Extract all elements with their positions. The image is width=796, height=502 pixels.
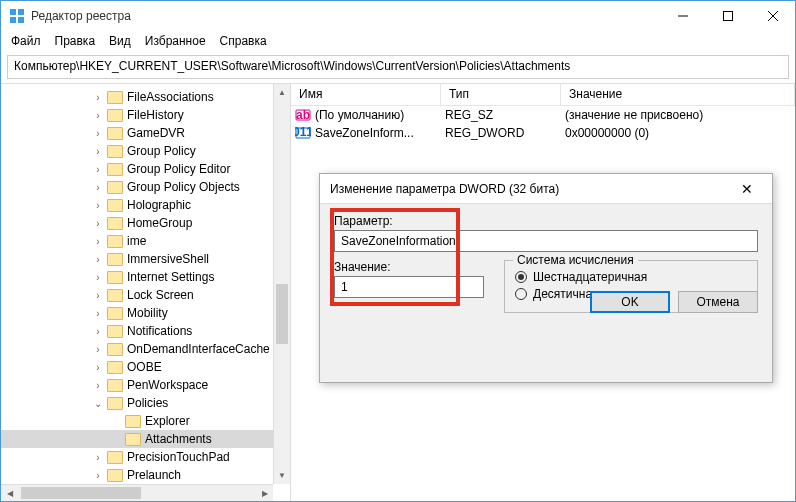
tree-item[interactable]: ›GameDVR [1, 124, 290, 142]
tree-item-label: Attachments [145, 432, 212, 446]
tree-item-label: Explorer [145, 414, 190, 428]
chevron-right-icon[interactable]: › [91, 110, 105, 121]
value-data-input[interactable] [334, 276, 484, 298]
ok-button[interactable]: OK [590, 291, 670, 313]
maximize-button[interactable] [705, 1, 750, 31]
tree-item[interactable]: ›Lock Screen [1, 286, 290, 304]
col-name[interactable]: Имя [291, 84, 441, 105]
scroll-down-icon[interactable]: ▼ [274, 467, 290, 484]
chevron-right-icon[interactable]: › [91, 254, 105, 265]
dialog-close-button[interactable]: ✕ [732, 181, 762, 197]
value-type: REG_SZ [441, 108, 561, 122]
scroll-left-icon[interactable]: ◀ [1, 485, 18, 501]
radio-hex[interactable]: Шестнадцатеричная [515, 270, 747, 284]
scroll-thumb[interactable] [21, 487, 141, 499]
chevron-right-icon[interactable]: › [91, 236, 105, 247]
tree-item[interactable]: Attachments [1, 430, 290, 448]
menu-edit[interactable]: Правка [55, 34, 96, 48]
tree-item[interactable]: ›OnDemandInterfaceCache [1, 340, 290, 358]
menu-favorites[interactable]: Избранное [145, 34, 206, 48]
cancel-button[interactable]: Отмена [678, 291, 758, 313]
tree-item[interactable]: ›Group Policy Editor [1, 160, 290, 178]
tree-item[interactable]: ›PenWorkspace [1, 376, 290, 394]
folder-icon [107, 109, 123, 122]
chevron-right-icon[interactable]: › [91, 200, 105, 211]
tree-item[interactable]: ›Group Policy [1, 142, 290, 160]
chevron-right-icon[interactable]: › [91, 362, 105, 373]
tree-hscrollbar[interactable]: ◀ ▶ [1, 484, 273, 501]
menubar: Файл Правка Вид Избранное Справка [1, 31, 795, 51]
menu-help[interactable]: Справка [220, 34, 267, 48]
svg-rect-2 [10, 17, 16, 23]
col-data[interactable]: Значение [561, 84, 795, 105]
menu-file[interactable]: Файл [11, 34, 41, 48]
chevron-right-icon[interactable]: › [91, 164, 105, 175]
tree-item-label: ime [127, 234, 146, 248]
tree-item[interactable]: ›Notifications [1, 322, 290, 340]
chevron-right-icon[interactable]: › [91, 272, 105, 283]
scroll-thumb[interactable] [276, 284, 288, 344]
menu-view[interactable]: Вид [109, 34, 131, 48]
chevron-right-icon[interactable]: › [91, 308, 105, 319]
folder-icon [107, 397, 123, 410]
svg-rect-5 [723, 12, 732, 21]
tree-item[interactable]: ›ime [1, 232, 290, 250]
svg-rect-1 [18, 9, 24, 15]
folder-icon [107, 127, 123, 140]
tree-item-label: OnDemandInterfaceCache [127, 342, 270, 356]
radio-hex-label: Шестнадцатеричная [533, 270, 647, 284]
tree-item[interactable]: ›Group Policy Objects [1, 178, 290, 196]
titlebar[interactable]: Редактор реестра [1, 1, 795, 31]
tree-item-label: Group Policy [127, 144, 196, 158]
chevron-right-icon[interactable]: › [91, 290, 105, 301]
param-label: Параметр: [334, 214, 758, 228]
tree-item[interactable]: ›FileAssociations [1, 88, 290, 106]
chevron-right-icon[interactable]: › [91, 452, 105, 463]
tree-item[interactable]: ›HomeGroup [1, 214, 290, 232]
param-name-input[interactable] [334, 230, 758, 252]
tree-item[interactable]: Explorer [1, 412, 290, 430]
chevron-right-icon[interactable]: › [91, 128, 105, 139]
dialog-titlebar[interactable]: Изменение параметра DWORD (32 бита) ✕ [320, 174, 772, 204]
tree-item[interactable]: ›Mobility [1, 304, 290, 322]
tree-item[interactable]: ›Prelaunch [1, 466, 290, 484]
chevron-right-icon[interactable]: › [91, 92, 105, 103]
tree-item[interactable]: ›Internet Settings [1, 268, 290, 286]
chevron-right-icon[interactable]: › [91, 182, 105, 193]
chevron-right-icon[interactable]: › [91, 470, 105, 481]
tree-item-label: Prelaunch [127, 468, 181, 482]
folder-icon [107, 361, 123, 374]
minimize-button[interactable] [660, 1, 705, 31]
chevron-right-icon[interactable]: › [91, 326, 105, 337]
scroll-up-icon[interactable]: ▲ [274, 84, 290, 101]
tree-item[interactable]: ›FileHistory [1, 106, 290, 124]
tree-vscrollbar[interactable]: ▲ ▼ [273, 84, 290, 484]
col-type[interactable]: Тип [441, 84, 561, 105]
chevron-down-icon[interactable]: ⌄ [91, 398, 105, 409]
tree-item[interactable]: ⌄Policies [1, 394, 290, 412]
tree-item[interactable]: ›Holographic [1, 196, 290, 214]
close-button[interactable] [750, 1, 795, 31]
svg-rect-0 [10, 9, 16, 15]
value-data: 0x00000000 (0) [561, 126, 795, 140]
chevron-right-icon[interactable]: › [91, 380, 105, 391]
tree-item[interactable]: ›OOBE [1, 358, 290, 376]
folder-icon [107, 217, 123, 230]
tree-item-label: PrecisionTouchPad [127, 450, 230, 464]
tree-item[interactable]: ›PrecisionTouchPad [1, 448, 290, 466]
value-row[interactable]: 011SaveZoneInform...REG_DWORD0x00000000 … [291, 124, 795, 142]
value-type: REG_DWORD [441, 126, 561, 140]
chevron-right-icon[interactable]: › [91, 146, 105, 157]
tree-item[interactable]: ›ImmersiveShell [1, 250, 290, 268]
folder-icon [107, 307, 123, 320]
address-bar[interactable]: Компьютер\HKEY_CURRENT_USER\Software\Mic… [7, 55, 789, 79]
value-row[interactable]: ab(По умолчанию)REG_SZ(значение не присв… [291, 106, 795, 124]
scroll-right-icon[interactable]: ▶ [256, 485, 273, 501]
folder-icon [107, 343, 123, 356]
folder-icon [107, 163, 123, 176]
chevron-right-icon[interactable]: › [91, 344, 105, 355]
tree-item-label: FileAssociations [127, 90, 214, 104]
chevron-right-icon[interactable]: › [91, 218, 105, 229]
base-legend: Система исчисления [513, 253, 638, 267]
tree-pane[interactable]: ›FileAssociations›FileHistory›GameDVR›Gr… [1, 84, 291, 501]
